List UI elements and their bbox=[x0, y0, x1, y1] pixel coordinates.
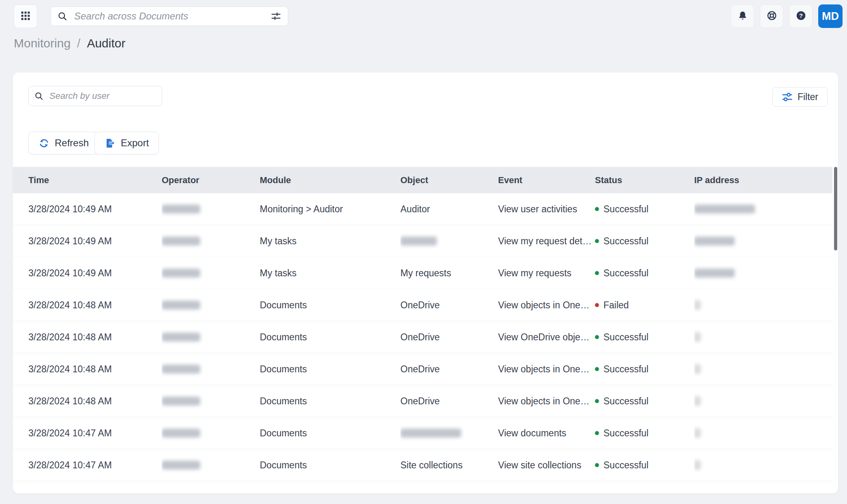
column-header-event: Event bbox=[498, 167, 591, 193]
redacted-text bbox=[162, 397, 200, 406]
search-icon bbox=[34, 92, 44, 101]
filter-icon bbox=[782, 92, 793, 103]
global-search bbox=[51, 6, 288, 26]
auditor-card: Filter Refresh Export bbox=[13, 73, 838, 493]
column-header-ip: IP address bbox=[694, 167, 832, 193]
table-row: 3/28/2024 10:49 AMMonitoring > AuditorAu… bbox=[13, 193, 832, 225]
status-dot bbox=[595, 367, 599, 371]
notifications-button[interactable] bbox=[731, 4, 754, 28]
status-dot bbox=[595, 431, 599, 435]
cell-event: View my requests bbox=[498, 257, 591, 289]
cell-time: 3/28/2024 10:47 AM bbox=[28, 417, 158, 449]
bell-icon bbox=[737, 10, 748, 22]
cell-ip bbox=[694, 353, 832, 385]
status-dot bbox=[595, 303, 599, 307]
svg-text:?: ? bbox=[799, 12, 802, 19]
cell-time: 3/28/2024 10:49 AM bbox=[28, 193, 158, 225]
cell-operator bbox=[162, 321, 256, 353]
cell-event: View objects in One… bbox=[498, 289, 591, 321]
column-header-time: Time bbox=[28, 167, 158, 193]
cell-module: Documents bbox=[260, 321, 396, 353]
cell-status: Successful bbox=[595, 449, 690, 481]
cell-object: OneDrive bbox=[400, 321, 494, 353]
export-label: Export bbox=[121, 137, 149, 149]
table-row: 3/28/2024 10:47 AMDocumentsView document… bbox=[13, 417, 832, 449]
redacted-text bbox=[162, 269, 200, 278]
cell-operator bbox=[162, 385, 256, 417]
redacted-text bbox=[400, 237, 437, 246]
cell-status: Successful bbox=[595, 257, 690, 289]
cell-event: View my request det… bbox=[498, 225, 591, 257]
cell-time: 3/28/2024 10:48 AM bbox=[28, 321, 158, 353]
cell-object: My requests bbox=[400, 257, 494, 289]
cell-time: 3/28/2024 10:49 AM bbox=[28, 225, 158, 257]
cell-status: Successful bbox=[595, 321, 690, 353]
status-label: Successful bbox=[603, 268, 648, 279]
app-launcher-button[interactable] bbox=[14, 4, 37, 28]
status-label: Successful bbox=[603, 204, 648, 215]
cell-event: View objects in One… bbox=[498, 385, 591, 417]
support-button[interactable] bbox=[760, 4, 783, 28]
cell-module: My tasks bbox=[260, 225, 396, 257]
column-header-status: Status bbox=[595, 167, 690, 193]
cell-object bbox=[400, 417, 494, 449]
redacted-text bbox=[694, 460, 701, 470]
status-label: Successful bbox=[603, 364, 648, 375]
redacted-text bbox=[694, 332, 701, 342]
breadcrumb-monitoring[interactable]: Monitoring bbox=[14, 36, 71, 50]
sliders-icon[interactable] bbox=[271, 11, 281, 21]
redacted-text bbox=[694, 269, 735, 278]
cell-ip bbox=[694, 193, 832, 225]
cell-ip bbox=[694, 289, 832, 321]
cell-event: View objects in One… bbox=[498, 353, 591, 385]
cell-module: Documents bbox=[260, 449, 396, 481]
cell-operator bbox=[162, 449, 256, 481]
breadcrumb: Monitoring / Auditor bbox=[14, 36, 125, 50]
filter-label: Filter bbox=[798, 92, 818, 103]
table-row: 3/28/2024 10:48 AMDocumentsOneDriveView … bbox=[13, 385, 832, 417]
column-header-module: Module bbox=[260, 167, 396, 193]
cell-time: 3/28/2024 10:48 AM bbox=[28, 353, 158, 385]
redacted-text bbox=[162, 365, 200, 374]
status-dot bbox=[595, 463, 599, 467]
status-dot bbox=[595, 335, 599, 339]
table-row: 3/28/2024 10:48 AMDocumentsOneDriveView … bbox=[13, 353, 832, 385]
cell-object: OneDrive bbox=[400, 289, 494, 321]
cell-object bbox=[400, 225, 494, 257]
user-search-input[interactable] bbox=[49, 90, 156, 102]
cell-object: OneDrive bbox=[400, 385, 494, 417]
lifebuoy-icon bbox=[766, 10, 777, 22]
redacted-text bbox=[162, 429, 200, 438]
export-icon bbox=[105, 138, 116, 149]
cell-status: Successful bbox=[595, 353, 690, 385]
global-search-input[interactable] bbox=[73, 10, 271, 22]
refresh-button[interactable]: Refresh bbox=[28, 132, 99, 154]
cell-object: Site collections bbox=[400, 449, 494, 481]
table-body: 3/28/2024 10:49 AMMonitoring > AuditorAu… bbox=[13, 193, 838, 481]
redacted-text bbox=[694, 237, 735, 246]
cell-event: View OneDrive obje… bbox=[498, 321, 591, 353]
table-row: 3/28/2024 10:48 AMDocumentsOneDriveView … bbox=[13, 289, 832, 321]
cell-time: 3/28/2024 10:47 AM bbox=[28, 449, 158, 481]
status-dot bbox=[595, 207, 599, 211]
redacted-text bbox=[694, 428, 701, 438]
user-avatar[interactable]: MD bbox=[818, 4, 843, 28]
table-row: 3/28/2024 10:49 AMMy tasksView my reques… bbox=[13, 225, 832, 257]
cell-status: Successful bbox=[595, 385, 690, 417]
cell-ip bbox=[694, 257, 832, 289]
page-title: Auditor bbox=[87, 36, 125, 50]
cell-ip bbox=[694, 321, 832, 353]
help-button[interactable]: ? bbox=[789, 4, 813, 28]
status-label: Failed bbox=[603, 300, 629, 311]
status-label: Successful bbox=[603, 428, 648, 439]
table-scrollbar-thumb[interactable] bbox=[834, 167, 837, 250]
cell-module: Monitoring > Auditor bbox=[260, 193, 396, 225]
audit-log-table: TimeOperatorModuleObjectEventStatusIP ad… bbox=[13, 167, 838, 481]
table-row: 3/28/2024 10:48 AMDocumentsOneDriveView … bbox=[13, 321, 832, 353]
table-row: 3/28/2024 10:49 AMMy tasksMy requestsVie… bbox=[13, 257, 832, 289]
cell-module: Documents bbox=[260, 353, 396, 385]
column-header-operator: Operator bbox=[162, 167, 256, 193]
filter-button[interactable]: Filter bbox=[772, 87, 828, 107]
breadcrumb-separator: / bbox=[77, 36, 80, 50]
export-button[interactable]: Export bbox=[94, 132, 159, 154]
